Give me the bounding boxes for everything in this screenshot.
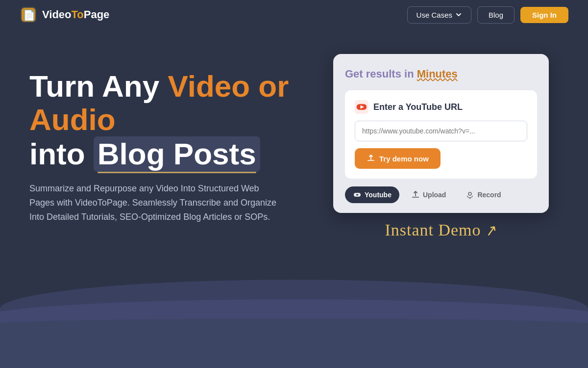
youtube-url-input[interactable] <box>355 121 527 141</box>
use-cases-label: Use Cases <box>416 11 452 19</box>
hero-title: Turn Any Video or Audio into Blog Posts <box>29 70 314 172</box>
instant-demo: Instant Demo ↗ <box>385 221 497 239</box>
tab-upload-label: Upload <box>423 191 446 199</box>
arrow-icon: ↗ <box>484 221 499 240</box>
card-header: Get results in Minutes <box>345 68 537 80</box>
wave-3 <box>0 319 588 368</box>
signin-button[interactable]: Sign In <box>520 7 568 23</box>
tab-youtube-label: Youtube <box>365 191 392 199</box>
blog-button[interactable]: Blog <box>477 6 514 24</box>
instant-demo-text: Instant Demo <box>385 221 481 239</box>
card-tabs: Youtube Upload Record <box>345 186 537 203</box>
title-blog-posts: Blog Posts <box>94 136 260 172</box>
background-waves <box>0 270 588 368</box>
url-label-text: Enter a YouTube URL <box>373 102 463 112</box>
url-input-section: Enter a YouTube URL Try demo now <box>345 90 537 179</box>
tab-upload-icon <box>411 190 420 199</box>
tab-upload-button[interactable]: Upload <box>403 186 454 203</box>
title-into: into <box>29 137 94 171</box>
logo-icon: 📄 <box>20 6 37 24</box>
try-demo-label: Try demo now <box>379 155 429 163</box>
logo-page: Page <box>84 8 110 21</box>
blog-label: Blog <box>489 11 503 19</box>
tab-youtube-button[interactable]: Youtube <box>345 186 399 203</box>
try-demo-button[interactable]: Try demo now <box>355 148 441 169</box>
logo[interactable]: 📄 VideoToPage <box>20 6 109 24</box>
tab-youtube-icon <box>353 190 362 199</box>
title-turn-any: Turn Any <box>29 69 168 103</box>
logo-to: To <box>72 8 84 21</box>
use-cases-button[interactable]: Use Cases <box>407 6 471 24</box>
logo-video: Video <box>42 8 72 21</box>
signin-label: Sign In <box>532 11 557 19</box>
hero-section: Turn Any Video or Audio into Blog Posts … <box>0 29 588 239</box>
logo-text: VideoToPage <box>42 8 109 21</box>
svg-point-9 <box>468 192 471 195</box>
url-label: Enter a YouTube URL <box>355 100 527 114</box>
hero-left: Turn Any Video or Audio into Blog Posts … <box>29 70 314 224</box>
svg-rect-6 <box>368 160 374 161</box>
youtube-icon <box>355 100 368 114</box>
upload-icon <box>367 154 375 163</box>
hero-right: Get results in Minutes Enter a YouTube U… <box>333 54 549 239</box>
tab-record-icon <box>466 190 474 199</box>
svg-text:📄: 📄 <box>23 9 35 21</box>
hero-description: Summarize and Repurpose any Video Into S… <box>29 182 284 224</box>
chevron-down-icon <box>455 11 462 18</box>
nav-buttons: Use Cases Blog Sign In <box>407 6 568 24</box>
tab-record-button[interactable]: Record <box>458 186 509 203</box>
card-header-prefix: Get results in <box>345 68 417 80</box>
card-header-minutes: Minutes <box>417 68 458 80</box>
conversion-card: Get results in Minutes Enter a YouTube U… <box>333 54 549 213</box>
navbar: 📄 VideoToPage Use Cases Blog Sign In <box>0 0 588 29</box>
tab-record-label: Record <box>477 191 501 199</box>
svg-rect-8 <box>412 197 419 198</box>
